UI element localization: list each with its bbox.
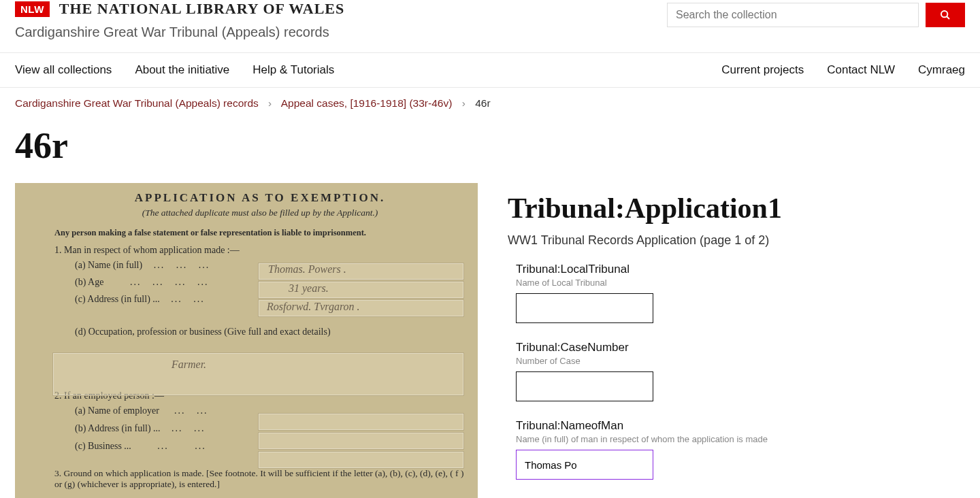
input-name-of-man[interactable] — [516, 450, 653, 480]
doc-sec1: 1. Man in respect of whom application ma… — [54, 245, 466, 256]
hand-name: Thomas. Powers . — [268, 263, 346, 276]
bc-collection[interactable]: Cardiganshire Great War Tribunal (Appeal… — [15, 97, 259, 109]
input-local-tribunal[interactable] — [516, 293, 653, 323]
form-title: Tribunal:Application1 — [508, 193, 965, 224]
input-case-number[interactable] — [516, 371, 653, 401]
field-local-tribunal: Tribunal:LocalTribunal Name of Local Tri… — [508, 263, 965, 323]
doc-field-business[interactable] — [258, 451, 464, 469]
field-help: Name (in full) of man in respect of whom… — [516, 434, 965, 444]
doc-s1c: (c) Address (in full) ... — [75, 294, 160, 305]
header: NLW THE NATIONAL LIBRARY OF WALES Cardig… — [0, 0, 980, 52]
nav-cymraeg[interactable]: Cymraeg — [918, 63, 965, 77]
form-panel: Tribunal:Application1 WW1 Tribunal Recor… — [508, 183, 965, 498]
nav-projects[interactable]: Current projects — [721, 63, 804, 77]
nav-contact[interactable]: Contact NLW — [827, 63, 895, 77]
hand-age: 31 years. — [289, 282, 329, 295]
bc-cases[interactable]: Appeal cases, [1916-1918] (33r-46v) — [281, 97, 453, 109]
doc-s2a: (a) Name of employer — [75, 405, 159, 416]
doc-heading: APPLICATION AS TO EXEMPTION. — [54, 191, 466, 205]
doc-field-emp-address[interactable] — [258, 432, 464, 450]
doc-s2b: (b) Address (in full) ... — [75, 423, 161, 434]
logo[interactable]: NLW — [15, 1, 50, 17]
doc-s1a: (a) Name (in full) — [75, 260, 142, 271]
nav-about[interactable]: About the initiative — [135, 63, 229, 77]
nav-help[interactable]: Help & Tutorials — [252, 63, 334, 77]
bc-current: 46r — [475, 97, 490, 109]
field-case-number: Tribunal:CaseNumber Number of Case — [508, 341, 965, 401]
doc-s1d: (d) Occupation, profession or business (… — [75, 327, 331, 337]
svg-point-0 — [941, 11, 947, 17]
field-label: Tribunal:CaseNumber — [516, 341, 965, 354]
doc-s1b: (b) Age — [75, 277, 103, 288]
svg-line-1 — [947, 16, 949, 19]
field-help: Number of Case — [516, 356, 965, 366]
field-label: Tribunal:LocalTribunal — [516, 263, 965, 276]
field-name-of-man: Tribunal:NameofMan Name (in full) of man… — [508, 419, 965, 480]
breadcrumb: Cardiganshire Great War Tribunal (Appeal… — [0, 88, 980, 119]
document-image[interactable]: APPLICATION AS TO EXEMPTION. (The attach… — [15, 183, 478, 498]
nav-view-all[interactable]: View all collections — [15, 63, 112, 77]
page-title: 46r — [0, 119, 980, 183]
search-input[interactable] — [667, 3, 919, 27]
site-title: THE NATIONAL LIBRARY OF WALES — [59, 0, 344, 18]
search-button[interactable] — [926, 3, 965, 27]
doc-sec3: 3. Ground on which application is made. … — [54, 468, 466, 490]
hand-address: Rosforwd. Tvrgaron . — [267, 301, 360, 313]
doc-field-employer[interactable] — [258, 413, 464, 431]
field-help: Name of Local Tribunal — [516, 278, 965, 288]
collection-title: Cardiganshire Great War Tribunal (Appeal… — [15, 24, 344, 40]
nav-bar: View all collections About the initiativ… — [0, 52, 980, 88]
doc-field-occupation[interactable] — [52, 352, 464, 396]
doc-warning: Any person making a false statement or f… — [54, 228, 466, 238]
hand-occupation: Farmer. — [172, 359, 206, 371]
doc-subheading: (The attached duplicate must also be fil… — [54, 208, 466, 218]
search-icon — [940, 10, 951, 20]
doc-s2c: (c) Business ... — [75, 441, 131, 452]
form-subtitle: WW1 Tribunal Records Application (page 1… — [508, 233, 965, 248]
field-label: Tribunal:NameofMan — [516, 419, 965, 433]
